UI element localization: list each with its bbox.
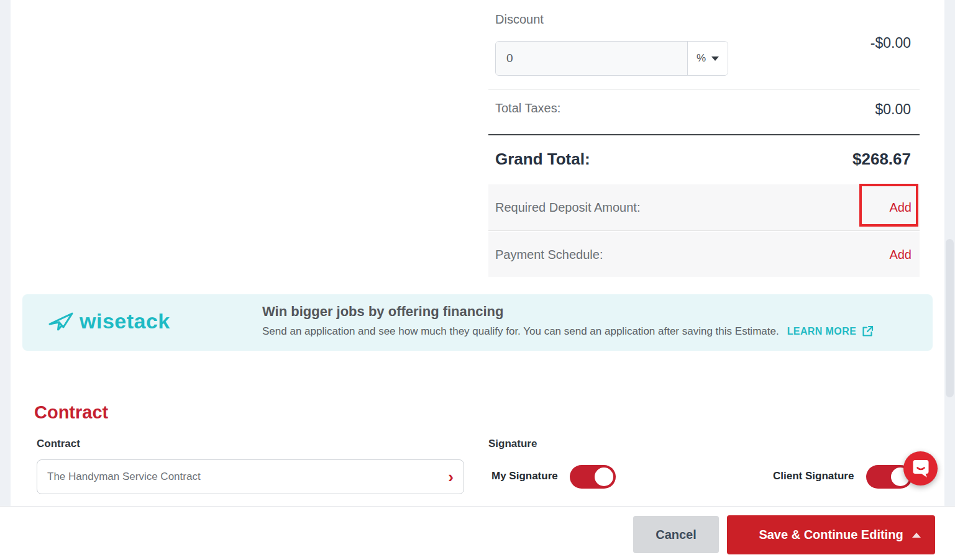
client-signature-label: Client Signature — [773, 470, 854, 482]
footer-divider — [0, 506, 955, 507]
banner-description: Send an application and see how much the… — [262, 325, 779, 338]
financing-banner: wisetack Win bigger jobs by offering fin… — [22, 294, 933, 351]
chat-launcher-button[interactable] — [903, 451, 938, 485]
chat-bubble-icon — [912, 459, 930, 478]
contract-select[interactable]: The Handyman Service Contract › — [37, 459, 464, 494]
total-taxes-value: $0.00 — [875, 101, 911, 118]
contract-selected-value: The Handyman Service Contract — [47, 471, 448, 483]
discount-amount-input[interactable] — [496, 42, 688, 75]
wisetack-wordmark: wisetack — [80, 309, 170, 333]
discount-label: Discount — [495, 12, 544, 27]
grand-total-label: Grand Total: — [495, 150, 590, 169]
learn-more-link[interactable]: LEARN MORE — [787, 325, 875, 338]
required-deposit-row: Required Deposit Amount: Add — [488, 184, 920, 230]
learn-more-label: LEARN MORE — [787, 326, 857, 337]
payment-schedule-label: Payment Schedule: — [495, 247, 603, 261]
required-deposit-label: Required Deposit Amount: — [495, 201, 640, 215]
signature-section-heading: Signature — [488, 438, 537, 450]
cancel-button[interactable]: Cancel — [633, 516, 719, 553]
contract-section-heading: Contract — [34, 402, 108, 423]
payment-schedule-add-button[interactable]: Add — [889, 247, 912, 261]
grand-total-value: $268.67 — [852, 150, 911, 169]
chevron-down-icon — [711, 56, 719, 61]
discount-amount-value: -$0.00 — [870, 35, 911, 52]
save-continue-button[interactable]: Save & Continue Editing — [727, 515, 935, 554]
annotation-highlight-box — [859, 184, 918, 227]
save-continue-label: Save & Continue Editing — [759, 528, 903, 542]
scrollbar[interactable] — [944, 0, 955, 506]
discount-unit-select[interactable]: % — [688, 42, 728, 75]
paper-plane-icon — [47, 308, 76, 334]
external-link-icon — [861, 325, 874, 338]
divider — [488, 89, 920, 90]
chevron-up-icon — [912, 533, 921, 538]
divider-dark — [488, 134, 920, 135]
my-signature-label: My Signature — [491, 470, 558, 482]
my-signature-toggle[interactable] — [570, 465, 616, 489]
banner-subrow: Send an application and see how much the… — [262, 325, 874, 338]
contract-field-label: Contract — [37, 438, 80, 450]
total-taxes-label: Total Taxes: — [495, 101, 560, 115]
toggle-knob — [595, 467, 613, 486]
page-gutter-left — [0, 0, 11, 506]
chevron-right-icon: › — [448, 469, 454, 485]
scrollbar-thumb[interactable] — [946, 239, 954, 397]
payment-schedule-row: Payment Schedule: Add — [488, 232, 920, 277]
discount-input-group: % — [495, 41, 728, 76]
discount-unit-value: % — [697, 52, 706, 65]
banner-title: Win bigger jobs by offering financing — [262, 304, 503, 320]
wisetack-logo: wisetack — [47, 308, 170, 334]
estimate-edit-page: Discount % -$0.00 Total Taxes: $0.00 Gra… — [0, 0, 955, 560]
